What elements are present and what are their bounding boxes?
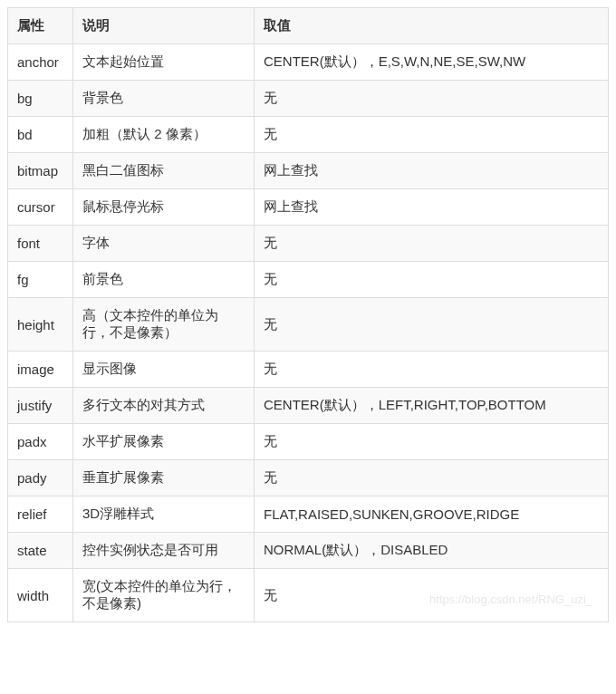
cell-attribute: bd (8, 117, 73, 153)
cell-description: 加粗（默认 2 像素） (73, 117, 255, 153)
table-row: bd加粗（默认 2 像素）无 (8, 117, 609, 153)
table-row: pady垂直扩展像素无 (8, 460, 609, 496)
cell-value: 无 (255, 424, 609, 460)
cell-attribute: state (8, 533, 73, 569)
cell-description: 多行文本的对其方式 (73, 388, 255, 424)
table-row: width宽(文本控件的单位为行，不是像素)无 (8, 569, 609, 622)
cell-description: 字体 (73, 226, 255, 262)
cell-description: 宽(文本控件的单位为行，不是像素) (73, 569, 255, 622)
table-header-row: 属性 说明 取值 (8, 8, 609, 44)
table-row: height高（文本控件的单位为行，不是像素）无 (8, 298, 609, 352)
cell-attribute: relief (8, 496, 73, 533)
cell-attribute: fg (8, 262, 73, 298)
cell-value: 网上查找 (255, 189, 609, 226)
cell-attribute: anchor (8, 44, 73, 81)
cell-value: NORMAL(默认），DISABLED (255, 533, 609, 569)
table-body: anchor文本起始位置CENTER(默认），E,S,W,N,NE,SE,SW,… (8, 44, 609, 622)
cell-description: 显示图像 (73, 352, 255, 388)
cell-attribute: pady (8, 460, 73, 496)
cell-value: CENTER(默认），E,S,W,N,NE,SE,SW,NW (255, 44, 609, 81)
table-row: font字体无 (8, 226, 609, 262)
table-row: anchor文本起始位置CENTER(默认），E,S,W,N,NE,SE,SW,… (8, 44, 609, 81)
table-row: bitmap黑白二值图标网上查找 (8, 153, 609, 189)
cell-description: 文本起始位置 (73, 44, 255, 81)
cell-description: 水平扩展像素 (73, 424, 255, 460)
cell-value: FLAT,RAISED,SUNKEN,GROOVE,RIDGE (255, 496, 609, 533)
cell-description: 控件实例状态是否可用 (73, 533, 255, 569)
cell-description: 高（文本控件的单位为行，不是像素） (73, 298, 255, 352)
cell-description: 垂直扩展像素 (73, 460, 255, 496)
table-row: relief3D浮雕样式FLAT,RAISED,SUNKEN,GROOVE,RI… (8, 496, 609, 533)
cell-attribute: font (8, 226, 73, 262)
header-attribute: 属性 (8, 8, 73, 44)
cell-attribute: image (8, 352, 73, 388)
cell-value: 无 (255, 262, 609, 298)
cell-description: 黑白二值图标 (73, 153, 255, 189)
cell-value: 网上查找 (255, 153, 609, 189)
cell-description: 鼠标悬停光标 (73, 189, 255, 226)
cell-attribute: bg (8, 81, 73, 117)
cell-description: 背景色 (73, 81, 255, 117)
cell-attribute: width (8, 569, 73, 622)
table-row: padx水平扩展像素无 (8, 424, 609, 460)
table-row: fg前景色无 (8, 262, 609, 298)
table-row: justify多行文本的对其方式CENTER(默认），LEFT,RIGHT,TO… (8, 388, 609, 424)
cell-value: 无 (255, 460, 609, 496)
header-description: 说明 (73, 8, 255, 44)
cell-value: 无 (255, 81, 609, 117)
cell-value: 无 (255, 117, 609, 153)
table-row: image显示图像无 (8, 352, 609, 388)
cell-attribute: justify (8, 388, 73, 424)
cell-value: CENTER(默认），LEFT,RIGHT,TOP,BOTTOM (255, 388, 609, 424)
cell-value: 无 (255, 352, 609, 388)
cell-description: 前景色 (73, 262, 255, 298)
header-value: 取值 (255, 8, 609, 44)
cell-value: 无 (255, 569, 609, 622)
cell-attribute: cursor (8, 189, 73, 226)
cell-attribute: padx (8, 424, 73, 460)
table-row: bg背景色无 (8, 81, 609, 117)
table-row: state控件实例状态是否可用NORMAL(默认），DISABLED (8, 533, 609, 569)
table-container: 属性 说明 取值 anchor文本起始位置CENTER(默认），E,S,W,N,… (7, 7, 609, 622)
cell-attribute: height (8, 298, 73, 352)
cell-value: 无 (255, 226, 609, 262)
cell-attribute: bitmap (8, 153, 73, 189)
cell-value: 无 (255, 298, 609, 352)
properties-table: 属性 说明 取值 anchor文本起始位置CENTER(默认），E,S,W,N,… (7, 7, 609, 622)
table-row: cursor鼠标悬停光标网上查找 (8, 189, 609, 226)
cell-description: 3D浮雕样式 (73, 496, 255, 533)
